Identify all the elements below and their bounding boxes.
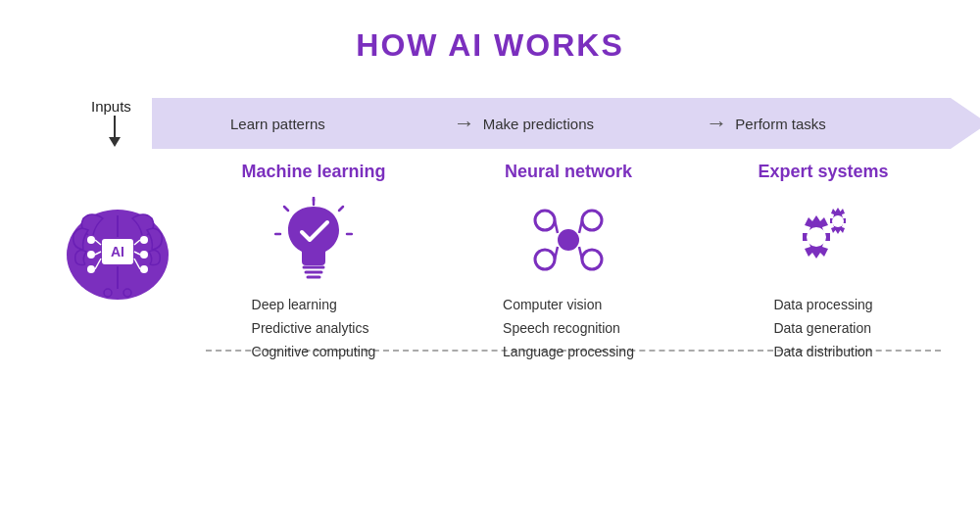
- svg-point-32: [582, 250, 602, 269]
- arrow-body: Learn patterns → Make predictions → Perf…: [152, 98, 951, 149]
- arrow-banner: Learn patterns → Make predictions → Perf…: [152, 98, 951, 149]
- svg-point-8: [140, 251, 148, 259]
- es-column: Expert systems Data processing Data gene…: [696, 162, 951, 363]
- nn-item-3: Language processing: [503, 341, 634, 364]
- ml-items: Deep learning Predictive analytics Cogni…: [252, 294, 376, 363]
- svg-line-36: [579, 220, 582, 233]
- svg-point-39: [832, 215, 844, 227]
- ml-title: Machine learning: [241, 162, 385, 182]
- ml-item-2: Predictive analytics: [252, 317, 376, 341]
- main-content: AI: [49, 162, 951, 498]
- es-item-1: Data processing: [773, 294, 872, 317]
- svg-line-37: [579, 247, 582, 259]
- nn-column: Neural network Computer vision Speech re…: [441, 162, 696, 363]
- svg-point-38: [807, 227, 826, 247]
- neural-network-icon: [524, 196, 612, 284]
- svg-point-17: [123, 289, 131, 297]
- lightbulb-icon: [270, 196, 358, 284]
- nn-title: Neural network: [505, 162, 632, 182]
- arrow-step-1: Learn patterns: [230, 116, 446, 132]
- svg-line-22: [284, 207, 288, 211]
- inputs-label: Inputs: [91, 98, 131, 115]
- nn-items: Computer vision Speech recognition Langu…: [503, 294, 634, 363]
- svg-point-6: [87, 265, 95, 273]
- svg-line-23: [339, 207, 343, 211]
- es-items: Data processing Data generation Data dis…: [773, 294, 872, 363]
- ml-item-3: Cognitive computing: [252, 341, 376, 364]
- ai-brain-section: AI: [49, 191, 186, 312]
- arrow-icon-1: →: [454, 111, 475, 136]
- page-title: HOW AI WORKS: [0, 0, 980, 64]
- es-item-2: Data generation: [773, 317, 872, 341]
- gear-icon: [779, 196, 867, 284]
- svg-point-9: [140, 265, 148, 273]
- ml-column: Machine learning Deep learning: [186, 162, 441, 363]
- arrow-icon-2: →: [706, 111, 727, 136]
- arrow-step-3: Perform tasks: [735, 116, 951, 132]
- nn-item-2: Speech recognition: [503, 317, 634, 341]
- nn-item-1: Computer vision: [503, 294, 634, 317]
- svg-point-30: [535, 250, 555, 269]
- svg-point-7: [140, 236, 148, 244]
- svg-line-34: [555, 220, 558, 233]
- svg-point-31: [582, 211, 602, 230]
- svg-point-16: [104, 289, 112, 297]
- es-item-3: Data distribution: [773, 341, 872, 364]
- svg-point-29: [535, 211, 555, 230]
- inputs-down-arrow: [109, 116, 121, 147]
- svg-line-35: [555, 247, 558, 259]
- ai-brain-icon: AI: [54, 191, 181, 312]
- ml-item-1: Deep learning: [252, 294, 376, 317]
- svg-text:AI: AI: [111, 244, 124, 259]
- svg-point-5: [87, 251, 95, 259]
- svg-point-33: [558, 229, 579, 251]
- arrow-step-2: Make predictions: [483, 116, 699, 132]
- svg-point-4: [87, 236, 95, 244]
- es-title: Expert systems: [758, 162, 888, 182]
- arrow-steps: Learn patterns → Make predictions → Perf…: [172, 111, 951, 136]
